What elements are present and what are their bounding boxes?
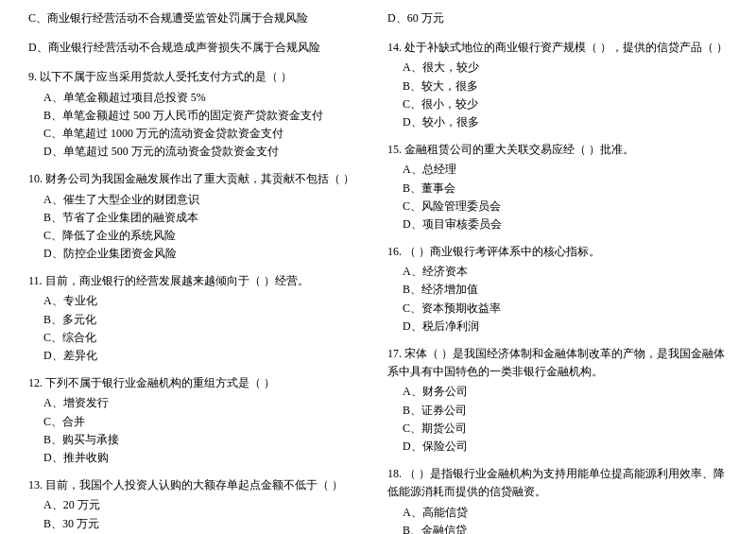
q14-optA: A、很大，较少 (387, 59, 728, 77)
q11-optB: B、多元化 (28, 311, 369, 329)
question-14: 14. 处于补缺式地位的商业银行资产规模（ ），提供的信贷产品（ ） A、很大，… (387, 39, 728, 131)
question-17-text: 17. 宋体（ ）是我国经济体制和金融体制改革的产物，是我国金融体系中具有中国特… (387, 345, 728, 381)
question-c-prev-text: C、商业银行经营活动不合规遭受监管处罚属于合规风险 (28, 9, 369, 27)
question-9-text: 9. 以下不属于应当采用货款人受托支付方式的是（ ） (28, 68, 369, 86)
q17-optD: D、保险公司 (387, 438, 728, 456)
q10-optA: A、催生了大型企业的财团意识 (28, 191, 369, 209)
q15-optA: A、总经理 (387, 161, 728, 179)
left-column: C、商业银行经营活动不合规遭受监管处罚属于合规风险 D、商业银行经营活动不合规造… (28, 9, 369, 534)
q9-optD: D、单笔超过 500 万元的流动资金贷款资金支付 (28, 143, 369, 161)
q15-optB: B、董事会 (387, 180, 728, 198)
q10-optC: C、降低了企业的系统风险 (28, 227, 369, 245)
question-18: 18. （ ）是指银行业金融机构为支持用能单位提高能源利用效率、降低能源消耗而提… (387, 465, 728, 534)
q11-optA: A、专业化 (28, 292, 369, 310)
q12-optD: D、推并收购 (28, 449, 369, 467)
q13-optB: B、30 万元 (28, 515, 369, 533)
q15-optC: C、风险管理委员会 (387, 198, 728, 215)
question-d-right: D、60 万元 (387, 9, 728, 29)
q14-optB: B、较大，很多 (387, 78, 728, 95)
question-16: 16. （ ）商业银行考评体系中的核心指标。 A、经济资本 B、经济增加值 C、… (387, 243, 728, 336)
q10-optD: D、防控企业集团资金风险 (28, 245, 369, 263)
q16-optA: A、经济资本 (387, 263, 728, 281)
q13-optA: A、20 万元 (28, 496, 369, 514)
q15-optD: D、项目审核委员会 (387, 215, 728, 233)
q18-optB: B、金融信贷 (387, 522, 728, 534)
q17-optA: A、财务公司 (387, 383, 728, 401)
q12-optC: C、合并 (28, 413, 369, 431)
q11-optC: C、综合化 (28, 329, 369, 347)
question-15-text: 15. 金融租赁公司的重大关联交易应经（ ）批准。 (387, 141, 728, 159)
q10-optB: B、节省了企业集团的融资成本 (28, 209, 369, 227)
q12-optB: B、购买与承接 (28, 431, 369, 449)
question-11: 11. 目前，商业银行的经营发展越来越倾向于（ ）经营。 A、专业化 B、多元化… (28, 272, 369, 365)
q9-optA: A、单笔金额超过项目总投资 5% (28, 89, 369, 107)
q11-optD: D、差异化 (28, 347, 369, 365)
question-10-text: 10. 财务公司为我国金融发展作出了重大贡献，其贡献不包括（ ） (28, 170, 369, 188)
q16-optD: D、税后净利润 (387, 318, 728, 336)
question-16-text: 16. （ ）商业银行考评体系中的核心指标。 (387, 243, 728, 261)
q14-optD: D、较小，很多 (387, 113, 728, 131)
question-12-text: 12. 下列不属于银行业金融机构的重组方式是（ ） (28, 374, 369, 392)
q16-optC: C、资本预期收益率 (387, 300, 728, 318)
question-12: 12. 下列不属于银行业金融机构的重组方式是（ ） A、增资发行 C、合并 B、… (28, 374, 369, 467)
right-column: D、60 万元 14. 处于补缺式地位的商业银行资产规模（ ），提供的信贷产品（… (387, 9, 728, 534)
question-18-text: 18. （ ）是指银行业金融机构为支持用能单位提高能源利用效率、降低能源消耗而提… (387, 465, 728, 501)
q17-optB: B、证券公司 (387, 402, 728, 420)
question-d-prev: D、商业银行经营活动不合规造成声誉损失不属于合规风险 (28, 39, 369, 59)
question-c-prev: C、商业银行经营活动不合规遭受监管处罚属于合规风险 (28, 9, 369, 29)
question-14-text: 14. 处于补缺式地位的商业银行资产规模（ ），提供的信贷产品（ ） (387, 39, 728, 57)
page-content: C、商业银行经营活动不合规遭受监管处罚属于合规风险 D、商业银行经营活动不合规造… (28, 9, 728, 534)
question-d-prev-text: D、商业银行经营活动不合规造成声誉损失不属于合规风险 (28, 39, 369, 57)
question-13-text: 13. 目前，我国个人投资人认购的大额存单起点金额不低于（ ） (28, 476, 369, 494)
q9-optB: B、单笔金额超过 500 万人民币的固定资产贷款资金支付 (28, 107, 369, 125)
question-d-right-text: D、60 万元 (387, 9, 728, 27)
q17-optC: C、期货公司 (387, 420, 728, 438)
question-11-text: 11. 目前，商业银行的经营发展越来越倾向于（ ）经营。 (28, 272, 369, 290)
question-17: 17. 宋体（ ）是我国经济体制和金融体制改革的产物，是我国金融体系中具有中国特… (387, 345, 728, 456)
q9-optC: C、单笔超过 1000 万元的流动资金贷款资金支付 (28, 125, 369, 143)
question-9: 9. 以下不属于应当采用货款人受托支付方式的是（ ） A、单笔金额超过项目总投资… (28, 68, 369, 161)
q18-optA: A、高能信贷 (387, 504, 728, 522)
q12-optA: A、增资发行 (28, 394, 369, 412)
q14-optC: C、很小，较少 (387, 95, 728, 113)
q16-optB: B、经济增加值 (387, 281, 728, 299)
question-10: 10. 财务公司为我国金融发展作出了重大贡献，其贡献不包括（ ） A、催生了大型… (28, 170, 369, 263)
question-13: 13. 目前，我国个人投资人认购的大额存单起点金额不低于（ ） A、20 万元 … (28, 476, 369, 534)
question-15: 15. 金融租赁公司的重大关联交易应经（ ）批准。 A、总经理 B、董事会 C、… (387, 141, 728, 233)
